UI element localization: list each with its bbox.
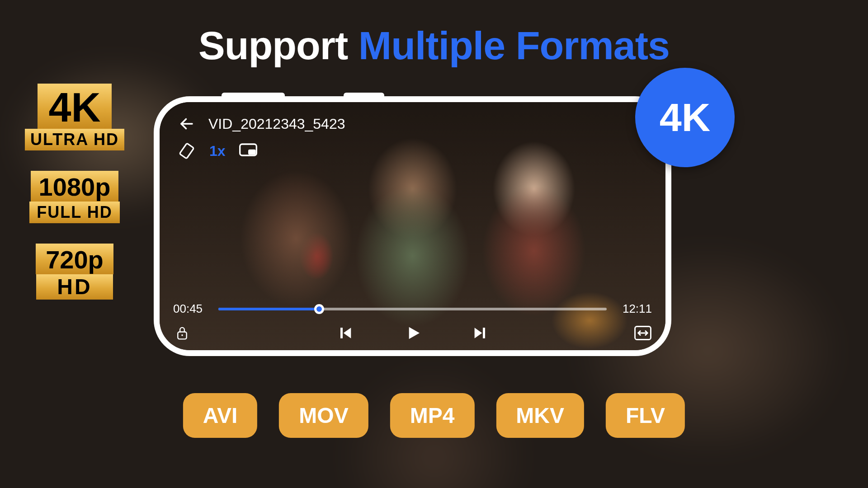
total-duration: 12:11 [616,302,652,316]
badge-line1: 720p [36,244,113,274]
progress-row: 00:45 12:11 [173,302,652,316]
badge-line1: 4K [38,84,111,129]
lock-icon [175,325,189,341]
title-part-2: Multiple Formats [359,23,670,68]
transport-controls [336,324,490,342]
aspect-ratio-button[interactable] [634,324,652,342]
lock-button[interactable] [173,324,191,342]
seek-bar[interactable] [218,308,607,310]
format-pill-mp4: MP4 [390,393,475,438]
player-bottom-bar: 00:45 12:11 [173,302,652,342]
badge-line1: 1080p [31,171,119,202]
previous-button[interactable] [336,324,354,342]
skip-previous-icon [336,324,354,342]
resolution-badge-list: 4K ULTRA HD 1080p FULL HD 720p HD [25,84,124,300]
skip-next-icon [472,324,490,342]
page-title: Support Multiple Formats [198,23,670,69]
arrow-left-icon [179,116,195,132]
picture-in-picture-button[interactable] [239,142,257,160]
badge-line2: HD [36,274,113,300]
elapsed-time: 00:45 [173,302,209,316]
back-button[interactable] [178,115,196,133]
playback-speed-button[interactable]: 1x [209,143,226,160]
video-filename: VID_20212343_5423 [208,116,345,132]
play-button[interactable] [404,324,422,342]
format-list: AVI MOV MP4 MKV FLV [183,393,685,438]
svg-rect-1 [179,143,194,159]
svg-point-5 [181,334,183,336]
phone-frame: VID_20212343_5423 1x 00:45 12:11 [154,96,671,356]
format-pill-mkv: MKV [496,393,584,438]
format-pill-avi: AVI [183,393,257,438]
play-icon [404,323,422,343]
hero-4k-label: 4K [660,94,711,141]
pip-icon [239,143,257,159]
resolution-badge-1080p: 1080p FULL HD [25,171,124,223]
svg-rect-3 [248,150,256,155]
controls-row [173,324,652,342]
player-options-row: 1x [178,142,257,160]
next-button[interactable] [472,324,490,342]
hero-4k-badge: 4K [635,68,735,167]
title-part-1: Support [198,23,359,68]
rotate-button[interactable] [178,142,196,160]
stretch-icon [634,326,651,340]
resolution-badge-4k: 4K ULTRA HD [25,84,124,150]
rotate-icon [178,142,195,160]
badge-line2: ULTRA HD [25,129,124,150]
resolution-badge-720p: 720p HD [25,244,124,300]
format-pill-mov: MOV [279,393,368,438]
format-pill-flv: FLV [606,393,685,438]
badge-line2: FULL HD [29,202,120,223]
seek-fill [218,308,319,310]
seek-knob[interactable] [314,304,324,314]
player-top-bar: VID_20212343_5423 [178,115,647,133]
